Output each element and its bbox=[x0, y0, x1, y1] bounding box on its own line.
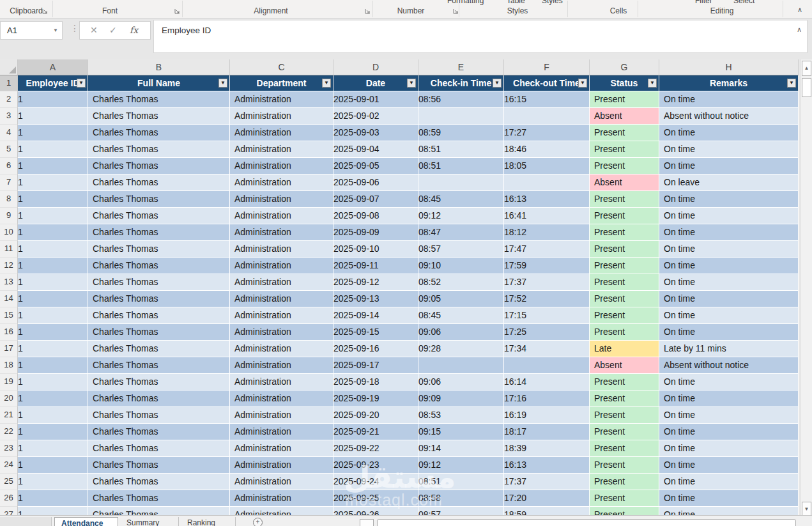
cell[interactable]: 2025-09-04 bbox=[333, 141, 418, 158]
cell[interactable]: Administration bbox=[230, 174, 333, 191]
cell[interactable]: 2025-09-07 bbox=[333, 191, 418, 208]
cell[interactable]: Present bbox=[590, 158, 659, 174]
cell[interactable]: 09:15 bbox=[418, 424, 504, 440]
cell[interactable]: Administration bbox=[230, 490, 333, 507]
row-number[interactable]: 23 bbox=[0, 440, 18, 457]
cell[interactable]: Absent without notice bbox=[659, 108, 799, 125]
row-number[interactable]: 13 bbox=[0, 274, 18, 291]
row-number[interactable]: 1 bbox=[0, 75, 18, 91]
cell[interactable]: 2025-09-24 bbox=[333, 474, 418, 490]
cell[interactable]: Administration bbox=[230, 224, 333, 241]
row-number[interactable]: 18 bbox=[0, 357, 18, 374]
cell[interactable]: Charles Thomas bbox=[88, 108, 230, 125]
name-box-dropdown-icon[interactable]: ▼ bbox=[53, 27, 58, 33]
column-header-A[interactable]: A bbox=[18, 59, 88, 75]
cell[interactable]: 17:34 bbox=[504, 341, 590, 357]
cell[interactable]: 2025-09-13 bbox=[333, 291, 418, 307]
cell[interactable]: 2025-09-03 bbox=[333, 125, 418, 141]
filter-dropdown-icon[interactable]: ▼ bbox=[322, 79, 331, 88]
row-number[interactable]: 16 bbox=[0, 324, 18, 341]
cell[interactable]: On time bbox=[659, 374, 799, 391]
column-header-H[interactable]: H bbox=[659, 59, 799, 75]
cell[interactable]: Charles Thomas bbox=[88, 258, 230, 274]
table-header-cell[interactable]: Full Name▼ bbox=[88, 75, 230, 91]
cell[interactable]: Present bbox=[590, 258, 659, 274]
ribbon-button-cell-styles[interactable]: Styles bbox=[542, 0, 563, 5]
enter-icon[interactable]: ✓ bbox=[109, 25, 117, 35]
cell[interactable]: 1 bbox=[18, 490, 88, 507]
cell[interactable]: Administration bbox=[230, 274, 333, 291]
cell[interactable]: On time bbox=[659, 274, 799, 291]
cell[interactable]: Charles Thomas bbox=[88, 125, 230, 141]
cell[interactable]: 09:14 bbox=[418, 440, 504, 457]
row-number[interactable]: 26 bbox=[0, 490, 18, 507]
cell[interactable] bbox=[504, 174, 590, 191]
cell[interactable]: 1 bbox=[18, 158, 88, 174]
sheet-nav-zone[interactable] bbox=[0, 517, 52, 526]
ribbon-button-find-select[interactable]: Select bbox=[733, 0, 755, 5]
cell[interactable]: Present bbox=[590, 424, 659, 440]
cell[interactable]: Administration bbox=[230, 374, 333, 391]
cell[interactable]: 2025-09-18 bbox=[333, 374, 418, 391]
horizontal-scrollbar-thumb[interactable] bbox=[377, 519, 796, 526]
cell[interactable]: 16:41 bbox=[504, 208, 590, 224]
cell[interactable]: 2025-09-22 bbox=[333, 440, 418, 457]
row-number[interactable]: 25 bbox=[0, 474, 18, 490]
cell[interactable]: 1 bbox=[18, 208, 88, 224]
cell[interactable]: On time bbox=[659, 324, 799, 341]
cell[interactable]: 1 bbox=[18, 440, 88, 457]
cell[interactable]: Charles Thomas bbox=[88, 208, 230, 224]
cell[interactable]: Administration bbox=[230, 457, 333, 474]
cell[interactable]: On time bbox=[659, 125, 799, 141]
cell[interactable]: Charles Thomas bbox=[88, 174, 230, 191]
vertical-scrollbar[interactable]: ▲ ▼ bbox=[800, 59, 812, 519]
cell[interactable]: 17:59 bbox=[504, 258, 590, 274]
cell[interactable]: On time bbox=[659, 391, 799, 407]
cell[interactable]: On time bbox=[659, 158, 799, 174]
ribbon-button-sort-filter[interactable]: Filter bbox=[695, 0, 712, 5]
cell[interactable]: Administration bbox=[230, 341, 333, 357]
row-number[interactable]: 10 bbox=[0, 224, 18, 241]
row-number[interactable]: 20 bbox=[0, 391, 18, 407]
filter-dropdown-icon[interactable]: ▼ bbox=[648, 79, 657, 88]
cell[interactable]: 2025-09-01 bbox=[333, 91, 418, 108]
cell[interactable]: 08:47 bbox=[418, 224, 504, 241]
cell[interactable]: 08:45 bbox=[418, 191, 504, 208]
cell[interactable]: 17:15 bbox=[504, 307, 590, 324]
cell[interactable]: Administration bbox=[230, 407, 333, 424]
cell[interactable]: On time bbox=[659, 490, 799, 507]
column-header-D[interactable]: D bbox=[333, 59, 418, 75]
sheet-tab-attendance[interactable]: Attendance bbox=[54, 517, 118, 526]
row-number[interactable]: 24 bbox=[0, 457, 18, 474]
ribbon-button-conditional-formatting[interactable]: Formatting bbox=[447, 0, 484, 5]
cell[interactable]: Administration bbox=[230, 141, 333, 158]
cell[interactable]: 16:14 bbox=[504, 374, 590, 391]
sheet-tab-ranking[interactable]: Ranking bbox=[181, 517, 236, 526]
cell[interactable]: 1 bbox=[18, 224, 88, 241]
cell[interactable]: Administration bbox=[230, 208, 333, 224]
cell[interactable]: Administration bbox=[230, 324, 333, 341]
column-header-C[interactable]: C bbox=[230, 59, 333, 75]
row-number[interactable]: 6 bbox=[0, 158, 18, 174]
cell[interactable]: Charles Thomas bbox=[88, 490, 230, 507]
cell[interactable]: Charles Thomas bbox=[88, 191, 230, 208]
cell[interactable]: Charles Thomas bbox=[88, 424, 230, 440]
collapse-ribbon-icon[interactable]: ∧ bbox=[797, 6, 802, 14]
cell[interactable]: 1 bbox=[18, 391, 88, 407]
cell[interactable]: 09:10 bbox=[418, 258, 504, 274]
cell[interactable]: Present bbox=[590, 307, 659, 324]
cell[interactable]: 09:12 bbox=[418, 208, 504, 224]
cell[interactable]: Charles Thomas bbox=[88, 158, 230, 174]
table-header-cell[interactable]: Check-in Time▼ bbox=[418, 75, 504, 91]
dialog-launcher-icon[interactable] bbox=[42, 8, 49, 15]
cell[interactable]: Present bbox=[590, 374, 659, 391]
cell[interactable]: Present bbox=[590, 324, 659, 341]
cell[interactable]: On time bbox=[659, 91, 799, 108]
table-header-cell[interactable]: Check-out Time▼ bbox=[504, 75, 590, 91]
cell[interactable]: Absent bbox=[590, 108, 659, 125]
cell[interactable]: 09:05 bbox=[418, 291, 504, 307]
cell[interactable] bbox=[418, 174, 504, 191]
cell[interactable]: 09:06 bbox=[418, 324, 504, 341]
cell[interactable]: On time bbox=[659, 141, 799, 158]
cell[interactable]: Administration bbox=[230, 291, 333, 307]
